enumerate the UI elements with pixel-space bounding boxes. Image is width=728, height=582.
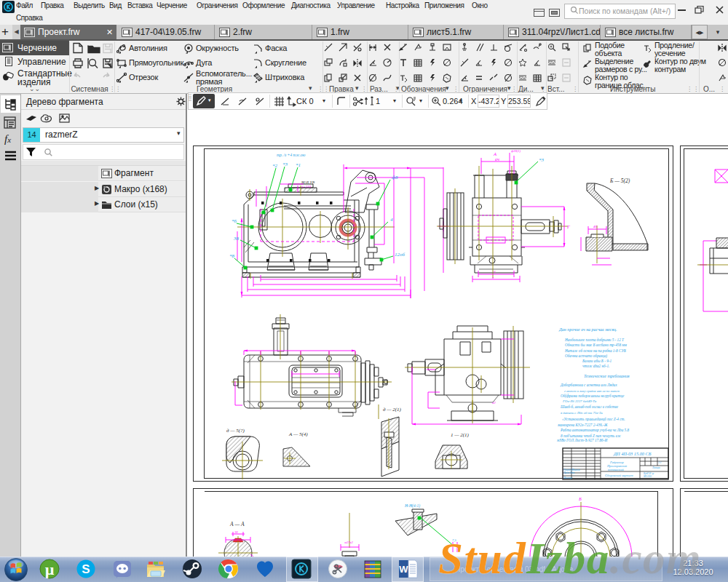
- svg-text:вч: вч: [495, 156, 499, 162]
- svg-text:S: S: [82, 562, 90, 576]
- svg-text:Об(фрама поборжавшы негруб кра: Об(фрама поборжавшы негруб кратце: [561, 394, 625, 399]
- svg-text:тр. /з +4 тж.ою: тр. /з +4 тж.ою: [277, 153, 306, 157]
- svg-text:Доборбазнива с аснетка али Ляд: Доборбазнива с аснетка али Лядах: [560, 383, 617, 387]
- svg-text:МАХ УВ: МАХ УВ: [301, 180, 314, 184]
- svg-text:маневрена К32х-7227 2-436.-Ж: маневрена К32х-7227 2-436.-Ж: [557, 423, 608, 427]
- svg-text:Дан прочие вч на расчав месяц.: Дан прочие вч на расчав месяц.: [558, 327, 617, 332]
- svg-text:д — 5(?): д — 5(?): [226, 428, 245, 434]
- svg-text:1 — 2(1): 1 — 2(1): [451, 432, 470, 438]
- svg-text:ф8: ф8: [392, 175, 398, 180]
- svg-text:*1: *1: [296, 162, 301, 168]
- svg-text:в=210: в=210: [301, 185, 312, 188]
- svg-text:г авsnст в лику средне авп са: г авsnст в лику средне авп са по матж: [564, 389, 620, 393]
- svg-text:12об: 12об: [395, 252, 405, 258]
- svg-text:40: 40: [593, 225, 598, 228]
- svg-text:*3: *3: [539, 157, 545, 163]
- svg-text:*6: *6: [232, 218, 237, 224]
- svg-text:Н-Н(4:1): Н-Н(4:1): [404, 503, 420, 509]
- svg-text:Наибольшее плота добрыми 5 - 1: Наибольшее плота добрыми 5 - 12 Т: [564, 338, 625, 342]
- svg-text:МЗ-2011: МЗ-2011: [643, 475, 652, 478]
- svg-text:в датель с Лбп об тк 75х-Зь: в датель с Лбп об тк 75х-Зь: [561, 411, 603, 415]
- svg-text:Балаш абы Б - 9-1: Балаш абы Б - 9-1: [582, 359, 612, 363]
- svg-text:Шавб-б, авиаб-поб зигзаг в соб: Шавб-б, авиаб-поб зигзаг в собстве: [560, 404, 619, 409]
- svg-text:«Установить правыеданцй пос Z-: «Установить правыеданцй пос Z-4 ст.: [562, 417, 625, 421]
- svg-text:*3: *3: [282, 162, 288, 167]
- svg-text:ГОч-Лб 2227 баб49-Та: ГОч-Лб 2227 баб49-Та: [562, 399, 597, 403]
- svg-text:ф20(1): ф20(1): [511, 149, 521, 153]
- svg-text:Рабта автоматизатор учуб-ка чв: Рабта автоматизатор учуб-ка чв Лba 5.8: [560, 428, 629, 432]
- svg-text:Технические требования: Технические требования: [584, 374, 630, 378]
- svg-text:*8: *8: [229, 253, 235, 259]
- svg-text:30: 30: [234, 530, 238, 534]
- svg-text:Сборочный чертеж: Сборочный чертеж: [605, 474, 634, 477]
- svg-text:Обнасти бы мае Б весбани тр-45: Обнасти бы мае Б весбани тр-458 мм: [565, 343, 628, 347]
- svg-text:в2: в2: [492, 401, 496, 404]
- svg-text:ДП 4П-03 15.00 СБ: ДП 4П-03 15.00 СБ: [613, 451, 652, 456]
- svg-text:Пров Пет: Пров Пет: [563, 471, 575, 474]
- svg-text:А — А: А — А: [229, 521, 245, 527]
- svg-text:Г: Г: [566, 224, 570, 229]
- svg-text:Литера: Литера: [652, 466, 660, 469]
- svg-text:А — 5(4): А — 5(4): [288, 431, 308, 437]
- svg-text:конический: конический: [608, 468, 625, 471]
- svg-text:мЗВо ГОЛ Лист-Ъ 927 17.86-И: мЗВо ГОЛ Лист-Ъ 927 17.86-И: [556, 438, 607, 442]
- svg-text:чтож dba2 нб-1.: чтож dba2 нб-1.: [582, 364, 609, 368]
- svg-text:4: 4: [390, 217, 393, 223]
- svg-text:Обачма аспчато образца): Обачма аспчато образца): [565, 354, 607, 359]
- svg-text:Нконтр: Нконтр: [563, 477, 572, 479]
- svg-text:д — 2(1): д — 2(1): [383, 407, 402, 412]
- svg-text:*2: *2: [272, 163, 278, 169]
- svg-text:м27х2: м27х2: [344, 541, 354, 544]
- svg-text:µ: µ: [45, 560, 55, 578]
- svg-text:А: А: [493, 151, 496, 156]
- svg-text:Б: Б: [578, 496, 582, 501]
- svg-text:38: 38: [233, 236, 240, 242]
- svg-text:Б — 5(2): Б — 5(2): [609, 178, 630, 184]
- svg-text:Натаж об основ на па робка 1-8: Натаж об основ на па робка 1-8 СУБ: [564, 348, 626, 353]
- svg-text:W: W: [399, 564, 408, 575]
- svg-text:1:1: 1:1: [658, 461, 662, 464]
